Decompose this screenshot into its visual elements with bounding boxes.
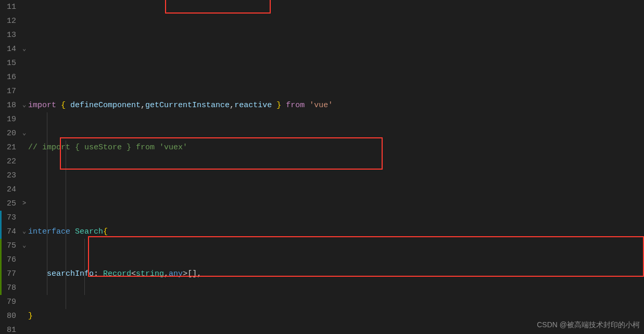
line-number[interactable]: 20	[0, 126, 20, 140]
line-number[interactable]: 12	[0, 14, 20, 28]
line-number[interactable]: 81	[0, 323, 20, 334]
fold-toggle-icon[interactable]: ⌄	[20, 239, 28, 253]
line-number[interactable]: 76	[0, 253, 20, 267]
line-number[interactable]: 19	[0, 112, 20, 126]
line-number[interactable]: 21	[0, 140, 20, 155]
fold-toggle-icon[interactable]: ⌄	[20, 98, 28, 112]
watermark-text: CSDN @被高端技术封印的小柯	[537, 318, 640, 332]
line-number[interactable]: 78	[0, 281, 20, 295]
line-number[interactable]: 73	[0, 211, 20, 225]
line-number[interactable]: 24	[0, 183, 20, 197]
line-number[interactable]: 17	[0, 84, 20, 98]
line-number[interactable]: 15	[0, 56, 20, 70]
code-line[interactable]: import { defineComponent,getCurrentInsta…	[28, 98, 644, 112]
line-number[interactable]: 79	[0, 295, 20, 309]
line-number[interactable]: 74	[0, 225, 20, 239]
code-area[interactable]: import { defineComponent,getCurrentInsta…	[28, 0, 644, 334]
line-number[interactable]: 23	[0, 169, 20, 183]
line-number[interactable]: 16	[0, 70, 20, 84]
line-number[interactable]: 75	[0, 239, 20, 253]
line-number[interactable]: 18	[0, 98, 20, 112]
line-number[interactable]: 22	[0, 155, 20, 169]
line-number[interactable]: 13	[0, 28, 20, 42]
fold-toggle-icon[interactable]: ⌄	[20, 42, 28, 56]
line-number[interactable]: 14	[0, 42, 20, 56]
code-line[interactable]: searchInfo: Record<string,any>[],	[28, 267, 644, 281]
annotation-box	[165, 0, 271, 14]
code-editor[interactable]: 11 12 13 14 15 16 17 18 19 20 21 22 23 2…	[0, 0, 644, 334]
line-number[interactable]: 80	[0, 309, 20, 323]
line-number[interactable]: 77	[0, 267, 20, 281]
fold-toggle-icon[interactable]: >	[20, 197, 28, 211]
fold-toggle-icon[interactable]: ⌄	[20, 225, 28, 239]
code-line[interactable]	[28, 183, 644, 197]
fold-column: ⌄ ⌄ ⌄ > ⌄ ⌄	[20, 0, 28, 334]
line-number[interactable]: 11	[0, 0, 20, 14]
line-number-gutter: 11 12 13 14 15 16 17 18 19 20 21 22 23 2…	[0, 0, 20, 334]
code-line[interactable]: interface Search{	[28, 225, 644, 239]
code-line[interactable]: // import { useStore } from 'vuex'	[28, 140, 644, 155]
line-number[interactable]: 25	[0, 197, 20, 211]
fold-toggle-icon[interactable]: ⌄	[20, 126, 28, 140]
